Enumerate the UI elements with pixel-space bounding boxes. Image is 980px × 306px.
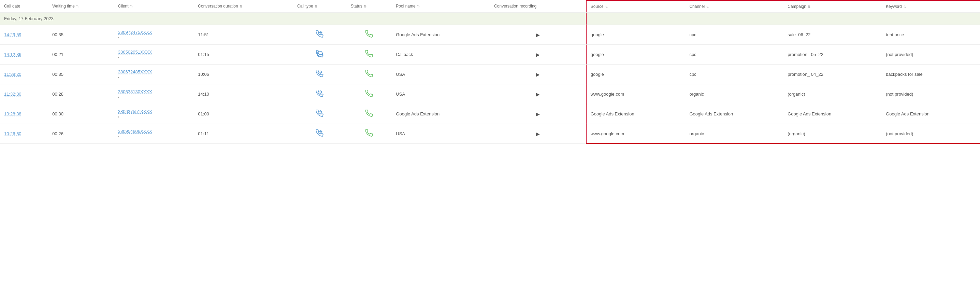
conversation-duration-cell: 01:15 — [194, 45, 293, 65]
channel-cell: organic — [685, 124, 783, 144]
play-recording-button[interactable]: ▶ — [536, 112, 540, 117]
phone-device-icon: ▪ — [118, 55, 190, 59]
phone-device-icon: ▪ — [118, 95, 190, 99]
client-phone-link[interactable]: 380638130XXXX — [118, 89, 190, 94]
client-cell: 380954606XXXX ▪ — [114, 124, 194, 144]
status-answered-icon — [366, 50, 373, 58]
client-cell: 380638130XXXX ▪ — [114, 84, 194, 104]
status-cell — [347, 84, 392, 104]
waiting-time-cell: 00:30 — [48, 104, 114, 124]
play-recording-button[interactable]: ▶ — [536, 72, 540, 77]
campaign-cell: sale_06_22 — [783, 25, 882, 45]
filter-source-icon[interactable]: ⇅ — [605, 5, 608, 8]
client-phone-link[interactable]: 380637551XXXX — [118, 109, 190, 114]
call-date-link[interactable]: 11:32:30 — [4, 91, 22, 97]
call-type-cell — [293, 25, 347, 45]
keyword-cell: (not provided) — [882, 124, 980, 144]
conversation-duration-cell: 01:11 — [194, 124, 293, 144]
source-cell: www.google.com — [586, 124, 686, 144]
col-label-channel: Channel — [689, 4, 705, 9]
date-group-channel-spacer — [685, 13, 783, 25]
call-type-cell — [293, 124, 347, 144]
pool-name-cell: Google Ads Extension — [392, 25, 490, 45]
play-recording-button[interactable]: ▶ — [536, 91, 540, 97]
col-label-keyword: Keyword — [886, 4, 902, 9]
phone-incoming-icon — [316, 110, 323, 117]
source-cell: google — [586, 65, 686, 84]
status-cell — [347, 124, 392, 144]
col-label-client: Client — [118, 4, 129, 8]
client-phone-link[interactable]: 380972475XXXX — [118, 30, 190, 35]
col-label-conversation-duration: Conversation duration — [198, 4, 238, 8]
keyword-cell: Google Ads Extension — [882, 104, 980, 124]
pool-name-cell: USA — [392, 124, 490, 144]
status-answered-icon — [366, 129, 373, 137]
call-date-link[interactable]: 10:26:50 — [4, 131, 22, 136]
pool-name-cell: Callback — [392, 45, 490, 65]
conversation-duration-cell: 01:00 — [194, 104, 293, 124]
source-cell: Google Ads Extension — [586, 104, 686, 124]
col-header-call-type: Call type ⇅ — [293, 0, 347, 13]
filter-campaign-icon[interactable]: ⇅ — [808, 5, 810, 8]
keyword-cell: backpacks for sale — [882, 65, 980, 84]
date-group-label: Friday, 17 February 2023 — [0, 13, 586, 25]
filter-waiting-time-icon[interactable]: ⇅ — [76, 5, 79, 8]
keyword-cell: (not provided) — [882, 45, 980, 65]
waiting-time-cell: 00:28 — [48, 84, 114, 104]
pool-name-cell: USA — [392, 84, 490, 104]
channel-cell: organic — [685, 84, 783, 104]
phone-device-icon: ▪ — [118, 75, 190, 79]
col-label-campaign: Campaign — [788, 4, 806, 9]
col-header-keyword: Keyword ⇅ — [882, 0, 980, 13]
waiting-time-cell: 00:35 — [48, 25, 114, 45]
recording-cell: ▶ — [490, 45, 586, 65]
client-phone-link[interactable]: 380502051XXXX — [118, 49, 190, 55]
call-type-cell — [293, 65, 347, 84]
status-cell — [347, 65, 392, 84]
campaign-cell: (organic) — [783, 84, 882, 104]
play-recording-button[interactable]: ▶ — [536, 52, 540, 57]
recording-cell: ▶ — [490, 84, 586, 104]
play-recording-button[interactable]: ▶ — [536, 131, 540, 137]
phone-device-icon: ▪ — [118, 135, 190, 139]
waiting-time-cell: 00:21 — [48, 45, 114, 65]
call-date-link[interactable]: 14:29:59 — [4, 32, 22, 37]
call-date-link[interactable]: 14:12:36 — [4, 52, 22, 57]
filter-call-type-icon[interactable]: ⇅ — [315, 5, 317, 8]
client-phone-link[interactable]: 380954606XXXX — [118, 129, 190, 134]
call-date-link[interactable]: 10:28:38 — [4, 112, 22, 116]
filter-client-icon[interactable]: ⇅ — [130, 5, 133, 8]
call-type-cell — [293, 104, 347, 124]
client-phone-link[interactable]: 380672485XXXX — [118, 69, 190, 75]
table-row: 11:32:30 00:28 380638130XXXX ▪ 14:10 USA — [0, 84, 980, 104]
call-type-cell — [293, 45, 347, 65]
recording-cell: ▶ — [490, 25, 586, 45]
status-answered-icon — [366, 90, 373, 97]
table-row: 10:26:50 00:26 380954606XXXX ▪ 01:11 USA — [0, 124, 980, 144]
conversation-duration-cell: 11:51 — [194, 25, 293, 45]
filter-status-icon[interactable]: ⇅ — [364, 5, 366, 8]
call-type-cell — [293, 84, 347, 104]
col-header-campaign: Campaign ⇅ — [783, 0, 882, 13]
campaign-cell: promotion_ 05_22 — [783, 45, 882, 65]
date-group-row: Friday, 17 February 2023 — [0, 13, 980, 25]
col-label-waiting-time: Waiting time — [52, 4, 75, 8]
campaign-cell: promotion_ 04_22 — [783, 65, 882, 84]
filter-keyword-icon[interactable]: ⇅ — [903, 5, 906, 8]
table-row: 14:12:36 00:21 380502051XXXX ▪ 01:15 Cal… — [0, 45, 980, 65]
filter-pool-name-icon[interactable]: ⇅ — [417, 5, 420, 8]
col-header-conversation-recording: Conversation recording — [490, 0, 586, 13]
conversation-duration-cell: 14:10 — [194, 84, 293, 104]
col-header-channel: Channel ⇅ — [685, 0, 783, 13]
filter-conversation-duration-icon[interactable]: ⇅ — [240, 5, 242, 8]
pool-name-cell: Google Ads Extension — [392, 104, 490, 124]
waiting-time-cell: 00:35 — [48, 65, 114, 84]
client-cell: 380637551XXXX ▪ — [114, 104, 194, 124]
call-date-link[interactable]: 11:38:20 — [4, 72, 22, 77]
play-recording-button[interactable]: ▶ — [536, 32, 540, 38]
filter-channel-icon[interactable]: ⇅ — [706, 5, 709, 8]
channel-cell: cpc — [685, 65, 783, 84]
col-label-source: Source — [591, 4, 604, 9]
col-header-waiting-time: Waiting time ⇅ — [48, 0, 114, 13]
phone-incoming-icon — [316, 90, 323, 97]
